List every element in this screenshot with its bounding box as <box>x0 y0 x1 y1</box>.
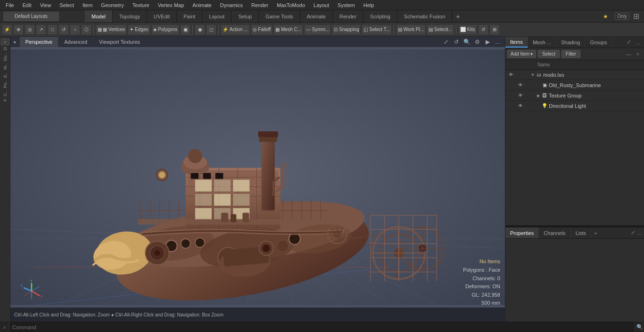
tree-vis-texture[interactable]: 👁 <box>517 92 524 99</box>
tab-groups[interactable]: Groups <box>585 37 612 48</box>
menu-layout[interactable]: Layout <box>310 1 333 9</box>
panel-icon-equals[interactable]: = <box>634 50 642 58</box>
layout-tab-game-tools[interactable]: Game Tools <box>259 10 300 22</box>
menu-file[interactable]: File <box>2 1 18 9</box>
tb-icon2[interactable]: ⊕ <box>13 24 24 35</box>
tree-row-modo[interactable]: 👁 ▼ 🗂 modo.lxo <box>505 70 644 80</box>
only-label[interactable]: Only <box>615 13 629 20</box>
cmd-arrow-btn[interactable]: › <box>0 322 9 332</box>
tree-expand-texture[interactable]: ▶ <box>536 93 541 98</box>
layout-maximize-icon[interactable]: ⊞ <box>631 12 641 21</box>
tab-mesh[interactable]: Mesh ... <box>528 37 556 48</box>
default-layouts-dropdown[interactable]: Default Layouts <box>3 11 59 22</box>
ls-label-f[interactable]: F <box>3 98 8 103</box>
props-more-icon[interactable]: … <box>637 230 642 236</box>
tb-workpl-btn[interactable]: ▤ Work Pl... <box>396 24 426 35</box>
tb-icon3[interactable]: ◎ <box>25 24 35 35</box>
layout-tab-layout[interactable]: Layout <box>202 10 231 22</box>
props-expand-icon[interactable]: ⤢ <box>631 230 635 236</box>
tb-kits-btn[interactable]: ⬜ Kits <box>458 24 477 35</box>
tree-vis-submarine[interactable]: 👁 <box>517 81 524 89</box>
menu-system[interactable]: System <box>334 1 359 9</box>
add-item-dropdown[interactable]: Add Item ▾ <box>507 50 536 58</box>
menu-select[interactable]: Select <box>56 1 78 9</box>
vp-tab-advanced[interactable]: Advanced <box>58 37 93 47</box>
tb-icon8[interactable]: ⬡ <box>81 24 91 35</box>
vp-tab-dot[interactable]: ● <box>10 37 20 47</box>
tb-icon6[interactable]: ↺ <box>58 24 69 35</box>
tb-polygons-btn[interactable]: ◈ Polygons <box>151 24 180 35</box>
panel-icon-minus[interactable]: — <box>624 50 633 58</box>
menu-geometry[interactable]: Geometry <box>97 1 127 9</box>
tb-falloff-btn[interactable]: ◎ Falloff <box>251 24 273 35</box>
vp-ctrl-refresh[interactable]: ↺ <box>452 38 461 46</box>
layout-tab-scripting[interactable]: Scripting <box>363 10 397 22</box>
tab-items[interactable]: Items <box>505 37 528 48</box>
layout-tab-setup[interactable]: Setup <box>231 10 259 22</box>
menu-view[interactable]: View <box>36 1 55 9</box>
tb-selecti-btn[interactable]: ▤ Selecti... <box>427 24 454 35</box>
tree-vis2-dirlight[interactable] <box>524 102 532 110</box>
layout-tab-schematic-fusion[interactable]: Schematic Fusion <box>397 10 452 22</box>
tb-snapping-btn[interactable]: ⊡ Snapping <box>332 24 361 35</box>
tb-icon12[interactable]: ↺ <box>478 24 488 35</box>
tree-row-dirlight[interactable]: 👁 💡 Directional Light <box>505 101 644 111</box>
tb-edges-btn[interactable]: ✦ Edges <box>128 24 150 35</box>
cmd-search-btn[interactable]: 🔍 <box>635 322 644 332</box>
tb-icon9[interactable]: ▣ <box>180 24 190 35</box>
vp-ctrl-more[interactable]: … <box>494 38 502 46</box>
tb-icon13[interactable]: ⊞ <box>489 24 500 35</box>
tab-shading[interactable]: Shading <box>556 37 585 48</box>
layout-tab-render[interactable]: Render <box>333 10 363 22</box>
menu-dynamics[interactable]: Dynamics <box>216 1 247 9</box>
ls-label-c[interactable]: C.. <box>3 90 8 97</box>
tb-icon10[interactable]: ◉ <box>195 24 205 35</box>
ls-label-d[interactable]: D <box>3 46 8 51</box>
menu-item[interactable]: Item <box>79 1 96 9</box>
select-btn[interactable]: Select <box>538 50 560 58</box>
tree-vis2-texture[interactable] <box>524 92 532 99</box>
layout-tab-animate[interactable]: Animate <box>300 10 333 22</box>
tree-vis3-modo[interactable] <box>522 71 530 79</box>
tb-action-btn[interactable]: ⚡ Action ... <box>221 24 249 35</box>
tree-row-texture-group[interactable]: 👁 ▶ 🖼 Texture Group <box>505 90 644 101</box>
layout-tab-topology[interactable]: Topology <box>113 10 147 22</box>
vp-tab-viewport-textures[interactable]: Viewport Textures <box>93 37 146 47</box>
tb-vertices-btn[interactable]: ▦ ▦ Vertices <box>96 24 127 35</box>
menu-edit[interactable]: Edit <box>19 1 35 9</box>
vp-ctrl-gear[interactable]: ⚙ <box>473 38 481 46</box>
layout-tab-model[interactable]: Model <box>85 10 113 22</box>
ls-btn1[interactable]: ≡ <box>1 39 9 45</box>
menu-vertex-map[interactable]: Vertex Map <box>154 1 188 9</box>
menu-help[interactable]: Help <box>360 1 378 9</box>
layout-tab-add-btn[interactable]: + <box>452 13 463 20</box>
tb-icon1[interactable]: ⚡ <box>2 24 12 35</box>
menu-animate[interactable]: Animate <box>189 1 215 9</box>
scene-tree[interactable]: 👁 ▼ 🗂 modo.lxo 👁 ▣ Old_Rusty_Submarine <box>505 70 644 225</box>
tb-icon4[interactable]: ↗ <box>36 24 46 35</box>
tb-icon7[interactable]: ○ <box>70 24 80 35</box>
vp-tab-perspective[interactable]: Perspective <box>20 37 58 47</box>
menu-render[interactable]: Render <box>248 1 272 9</box>
tb-icon11[interactable]: ◻ <box>206 24 216 35</box>
vp-ctrl-search[interactable]: 🔍 <box>462 38 471 46</box>
props-tab-lists[interactable]: Lists <box>571 227 592 238</box>
tb-symm-btn[interactable]: — Symm... <box>304 24 331 35</box>
tree-vis-modo[interactable]: 👁 <box>507 71 515 79</box>
vp-ctrl-arrows[interactable]: ⤢ <box>442 38 450 46</box>
ls-label-m[interactable]: M.. <box>3 63 8 71</box>
tree-vis-dirlight[interactable]: 👁 <box>517 102 524 110</box>
menu-texture[interactable]: Texture <box>129 1 153 9</box>
menu-maxtomodo[interactable]: MaxToModo <box>273 1 309 9</box>
tb-mesh-btn[interactable]: ▦ Mesh C... <box>273 24 303 35</box>
layout-tab-paint[interactable]: Paint <box>177 10 202 22</box>
panel-expand-icon[interactable]: ⤢ <box>624 38 633 47</box>
tree-vis2-submarine[interactable] <box>524 81 532 89</box>
viewport[interactable]: ● Perspective Advanced Viewport Textures… <box>10 37 505 322</box>
ls-label-e[interactable]: E.. <box>3 72 8 79</box>
tree-vis2-modo[interactable] <box>515 71 522 79</box>
props-tab-properties[interactable]: Properties <box>505 227 539 238</box>
tb-icon5[interactable]: □ <box>47 24 58 35</box>
layout-tab-uvedit[interactable]: UVEdit <box>147 10 177 22</box>
tree-expand-submarine[interactable] <box>536 82 541 88</box>
